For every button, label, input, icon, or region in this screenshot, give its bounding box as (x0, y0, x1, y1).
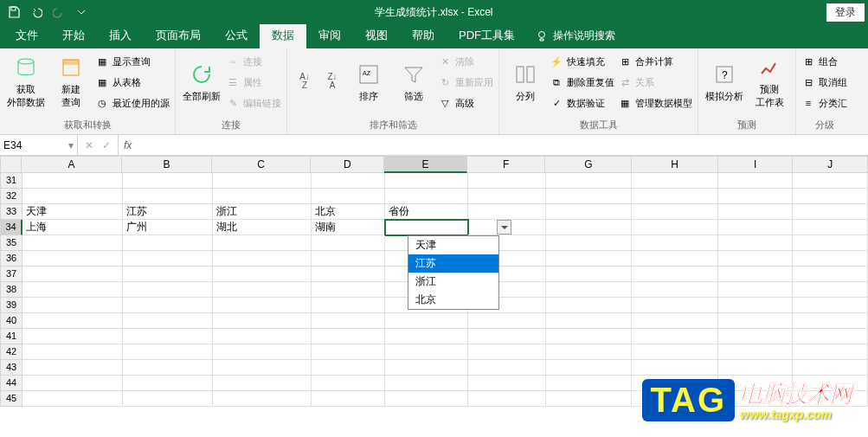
redo-button[interactable] (48, 3, 69, 22)
cell-A31[interactable] (23, 173, 123, 189)
cell-J33[interactable] (793, 204, 868, 220)
cell-G45[interactable] (546, 391, 633, 407)
column-header-D[interactable]: D (311, 156, 384, 173)
name-box[interactable]: E34 ▾ (0, 135, 78, 155)
cell-D32[interactable] (312, 189, 385, 204)
cell-C40[interactable] (213, 313, 312, 329)
tab-review[interactable]: 审阅 (306, 22, 353, 48)
cancel-icon[interactable]: ✕ (85, 139, 93, 151)
cell-I31[interactable] (718, 173, 794, 189)
cell-E44[interactable] (385, 376, 468, 391)
from-table-button[interactable]: ▦从表格 (95, 73, 170, 92)
advanced-filter-button[interactable]: ▽高级 (438, 93, 493, 112)
cell-E40[interactable] (385, 313, 468, 329)
validation-dropdown-button[interactable] (497, 220, 511, 235)
cell-D31[interactable] (312, 173, 385, 189)
row-header-38[interactable]: 38 (0, 282, 23, 298)
cell-I35[interactable] (718, 235, 794, 251)
cell-D38[interactable] (312, 282, 385, 298)
cell-A42[interactable] (23, 344, 123, 360)
row-header-33[interactable]: 33 (0, 204, 23, 220)
cell-J35[interactable] (793, 235, 868, 251)
cell-C37[interactable] (213, 267, 312, 282)
cell-C42[interactable] (213, 344, 312, 360)
cell-H37[interactable] (632, 267, 718, 282)
new-query-button[interactable]: 新建 查询 (50, 52, 92, 111)
cell-D43[interactable] (312, 360, 385, 376)
cell-D40[interactable] (312, 313, 385, 329)
cell-E41[interactable] (385, 329, 468, 344)
text-to-columns-button[interactable]: 分列 (505, 52, 546, 111)
cell-C43[interactable] (213, 360, 312, 376)
cell-G43[interactable] (546, 360, 633, 376)
row-header-39[interactable]: 39 (0, 298, 23, 313)
recent-sources-button[interactable]: ◷最近使用的源 (95, 93, 170, 112)
cell-I34[interactable] (718, 220, 794, 235)
what-if-button[interactable]: ? 模拟分析 (704, 52, 745, 111)
forecast-sheet-button[interactable]: 预测 工作表 (749, 52, 790, 111)
get-external-data-button[interactable]: 获取 外部数据 (5, 52, 47, 111)
row-header-43[interactable]: 43 (0, 360, 23, 376)
cell-B43[interactable] (123, 360, 212, 376)
column-header-A[interactable]: A (22, 156, 123, 173)
flash-fill-button[interactable]: ⚡快速填充 (550, 52, 614, 71)
row-header-35[interactable]: 35 (0, 235, 23, 251)
cell-G40[interactable] (546, 313, 633, 329)
cell-J36[interactable] (793, 251, 868, 267)
row-header-34[interactable]: 34 (0, 220, 23, 235)
cell-B45[interactable] (123, 391, 212, 407)
column-header-E[interactable]: E (384, 156, 467, 173)
column-header-I[interactable]: I (718, 156, 794, 173)
row-header-32[interactable]: 32 (0, 189, 23, 204)
cell-I38[interactable] (718, 282, 794, 298)
cell-H38[interactable] (632, 282, 718, 298)
cell-D33[interactable]: 北京 (312, 204, 385, 220)
cell-I32[interactable] (718, 189, 794, 204)
cell-B34[interactable]: 广州 (123, 220, 212, 235)
cell-J34[interactable] (793, 220, 868, 235)
cell-B41[interactable] (123, 329, 212, 344)
cell-D45[interactable] (312, 391, 385, 407)
cell-F42[interactable] (468, 344, 546, 360)
cell-B39[interactable] (123, 298, 212, 313)
cell-D34[interactable]: 湖南 (312, 220, 385, 235)
row-header-37[interactable]: 37 (0, 267, 23, 282)
cell-I40[interactable] (718, 313, 794, 329)
cell-E33[interactable]: 省份 (385, 204, 468, 220)
cell-B42[interactable] (123, 344, 212, 360)
cell-B31[interactable] (123, 173, 212, 189)
cell-E45[interactable] (385, 391, 468, 407)
cell-G39[interactable] (546, 298, 633, 313)
cell-B44[interactable] (123, 376, 212, 391)
column-header-G[interactable]: G (545, 156, 632, 173)
cell-B40[interactable] (123, 313, 212, 329)
cell-B36[interactable] (123, 251, 212, 267)
cell-J41[interactable] (793, 329, 868, 344)
cell-H36[interactable] (632, 251, 718, 267)
cell-G32[interactable] (546, 189, 633, 204)
undo-button[interactable] (26, 3, 47, 22)
tab-home[interactable]: 开始 (50, 22, 97, 48)
cell-E32[interactable] (385, 189, 468, 204)
consolidate-button[interactable]: ⊞合并计算 (618, 52, 692, 71)
cell-A35[interactable] (23, 235, 123, 251)
cell-A32[interactable] (23, 189, 123, 204)
cell-G37[interactable] (546, 267, 633, 282)
dropdown-option[interactable]: 天津 (408, 236, 498, 254)
cell-D36[interactable] (312, 251, 385, 267)
sort-desc-button[interactable]: Z↓A (320, 52, 344, 111)
cell-H43[interactable] (632, 360, 718, 376)
cell-G35[interactable] (546, 235, 633, 251)
cell-F45[interactable] (468, 391, 546, 407)
cell-C32[interactable] (213, 189, 312, 204)
sort-asc-button[interactable]: A↓Z (293, 52, 317, 111)
show-queries-button[interactable]: ▦显示查询 (95, 52, 170, 71)
cell-G42[interactable] (546, 344, 633, 360)
cell-I41[interactable] (718, 329, 794, 344)
cell-A39[interactable] (23, 298, 123, 313)
cell-B33[interactable]: 江苏 (123, 204, 212, 220)
cell-E34[interactable] (385, 220, 468, 235)
cell-J40[interactable] (793, 313, 868, 329)
row-header-41[interactable]: 41 (0, 329, 23, 344)
cell-C41[interactable] (213, 329, 312, 344)
